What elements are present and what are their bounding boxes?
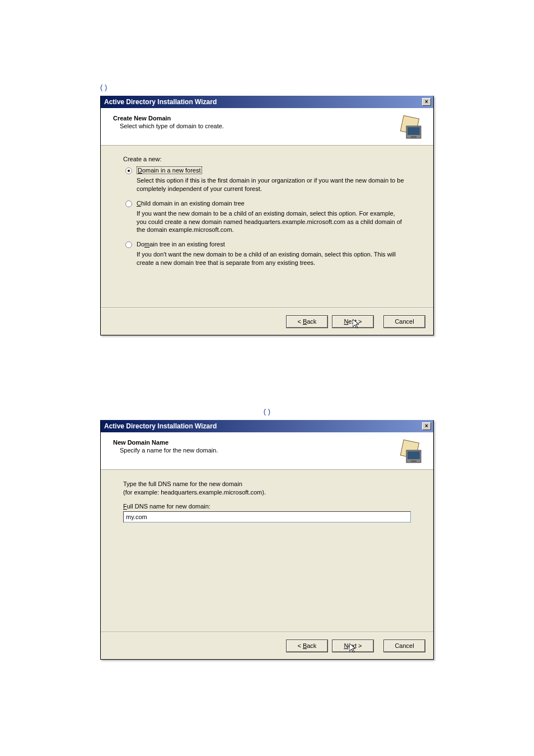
back-button[interactable]: < Back [286, 315, 328, 328]
titlebar: Active Directory Installation Wizard × [101, 420, 433, 432]
svg-rect-2 [407, 127, 420, 135]
page-subheading: Specify a name for the new domain. [120, 447, 218, 454]
titlebar: Active Directory Installation Wizard × [101, 96, 433, 108]
body-panel: Type the full DNS name for the new domai… [101, 470, 433, 632]
option-explain-2: If you want the new domain to be a child… [137, 209, 405, 235]
wizard-dialog-domain-name: Active Directory Installation Wizard × N… [100, 420, 434, 660]
svg-rect-7 [411, 460, 416, 462]
cursor-icon [353, 319, 362, 330]
body-panel: Create a new: Domain in a new forest Sel… [101, 146, 433, 308]
button-row: < Back Next > Cancel [101, 632, 433, 659]
option-explain-3: If you don't want the new domain to be a… [137, 250, 405, 267]
radio-label: Domain in a new forest [137, 167, 202, 174]
next-button[interactable]: Next > [332, 315, 374, 328]
lead-text: Create a new: [123, 156, 411, 162]
close-button[interactable]: × [422, 422, 431, 430]
dialog-title: Active Directory Installation Wizard [104, 98, 217, 106]
dns-name-input[interactable] [123, 511, 411, 522]
close-button[interactable]: × [422, 98, 431, 106]
caption-2: ( ) [100, 403, 434, 420]
radio-icon [125, 241, 132, 248]
caption-1: ( ) [100, 78, 434, 96]
radio-domain-tree-existing[interactable]: Domain tree in an existing forest [125, 241, 411, 248]
button-row: < Back Next > Cancel [101, 308, 433, 335]
svg-rect-3 [411, 136, 416, 138]
wizard-dialog-create-domain: Active Directory Installation Wizard × C… [100, 96, 434, 335]
radio-domain-new-forest[interactable]: Domain in a new forest [125, 167, 411, 174]
wizard-icon [400, 439, 424, 464]
svg-rect-6 [407, 451, 420, 459]
header-panel: Create New Domain Select which type of d… [101, 108, 433, 146]
intro-text: Type the full DNS name for the new domai… [123, 480, 411, 497]
cancel-button[interactable]: Cancel [383, 315, 425, 328]
radio-icon [125, 200, 132, 207]
cancel-button[interactable]: Cancel [383, 640, 425, 652]
radio-label: Child domain in an existing domain tree [137, 200, 245, 207]
cursor-icon [349, 643, 358, 655]
radio-label: Domain tree in an existing forest [137, 241, 225, 248]
page-heading: New Domain Name [113, 439, 218, 446]
radio-child-domain[interactable]: Child domain in an existing domain tree [125, 200, 411, 207]
dialog-title: Active Directory Installation Wizard [104, 422, 217, 430]
header-panel: New Domain Name Specify a name for the n… [101, 432, 433, 470]
option-explain-1: Select this option if this is the first … [137, 176, 405, 193]
page-subheading: Select which type of domain to create. [120, 123, 224, 129]
wizard-icon [400, 115, 424, 139]
back-button[interactable]: < Back [286, 640, 328, 652]
page-heading: Create New Domain [113, 115, 224, 122]
next-button[interactable]: Next > [332, 640, 374, 652]
radio-icon [125, 167, 132, 174]
field-label: Full DNS name for new domain: [123, 503, 411, 510]
